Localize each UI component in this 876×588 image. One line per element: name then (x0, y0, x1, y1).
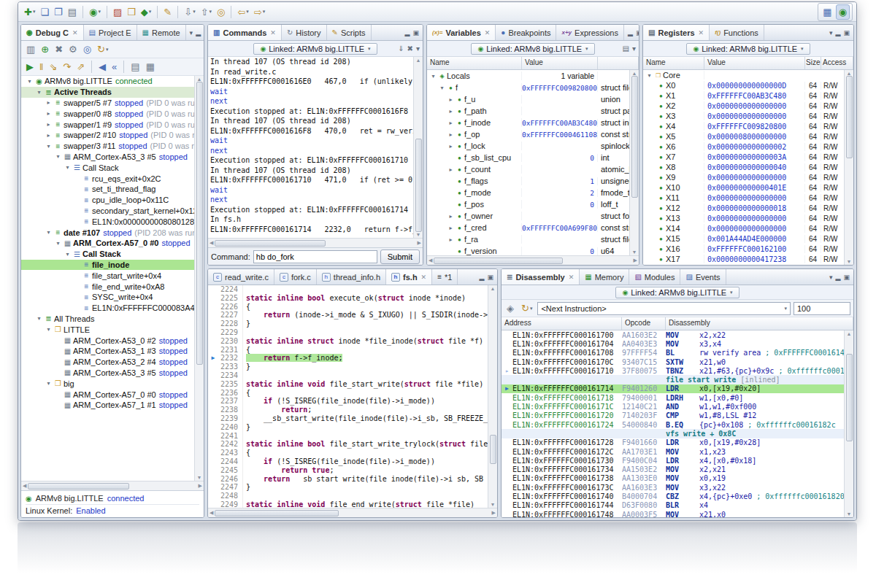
view-menu-icon[interactable]: ▾ (416, 45, 420, 53)
scroll-thumb[interactable] (196, 82, 203, 365)
scroll-track[interactable] (415, 63, 422, 232)
scroll-track[interactable] (434, 258, 631, 264)
c-cpp-perspective-icon[interactable]: ▦ (821, 4, 834, 20)
line-number[interactable]: 2229 (218, 328, 243, 337)
tree-expander-icon[interactable]: ▸ (447, 108, 455, 115)
back-icon[interactable]: ⇦▾ (235, 4, 250, 20)
scroll-track[interactable] (215, 240, 415, 247)
code-line[interactable]: 2246 return __sb_start_write(file_inode(… (208, 475, 488, 484)
print-icon[interactable]: ▤ (66, 4, 79, 20)
variable-row[interactable]: ▸●f_cred0xFFFFFFC00A699F80const stru (427, 222, 629, 233)
code-line[interactable]: 2233} (208, 363, 488, 371)
disasm-row[interactable]: EL1N:0xFFFFFFC000161734AA1503E2MOVx2,x21 (502, 465, 844, 473)
tab-fs-h[interactable]: hfs.h✕ (386, 269, 432, 285)
line-number[interactable]: 2233 (218, 363, 243, 371)
tab-functions[interactable]: f()Functions (710, 25, 764, 40)
scroll-up-icon[interactable]: ▲ (491, 286, 496, 291)
code-line[interactable]: 2231{ (208, 346, 488, 355)
line-number[interactable]: 2244 (218, 457, 243, 466)
debug-tree-row[interactable]: ▸≡swapper/5 #7stopped(PID 0 was running) (21, 98, 194, 109)
variable-row[interactable]: ▸●f_lockspinlock_ (427, 140, 629, 152)
editor-hscrollbar[interactable]: ◀ ▶ (208, 508, 497, 517)
variable-row[interactable]: ●f_pos0loff_t (427, 198, 629, 210)
previous-annotation-icon[interactable]: ⇧▾ (199, 4, 214, 20)
maximize-icon[interactable]: ▣ (636, 29, 639, 36)
last-edit-location-icon[interactable]: ◎ (215, 4, 227, 20)
code-line[interactable]: 2230static inline struct inode *file_ino… (208, 337, 488, 346)
line-number[interactable]: 2238 (218, 406, 243, 414)
scroll-up-icon[interactable]: ▲ (416, 58, 421, 63)
debug-tree-row[interactable]: ▾≡swapper/3 #11stopped(PID 0 was running… (21, 141, 194, 152)
variable-row[interactable]: ●f_sb_list_cpu0int (427, 152, 629, 163)
debug-tree-row[interactable]: ▾❒LITTLE (21, 324, 194, 335)
minimize-icon[interactable]: ▂ (480, 274, 485, 281)
debug-tree-row[interactable]: ≡file_inode (21, 260, 194, 271)
disasm-row[interactable]: EL1N:0xFFFFFFC000161744D63F0080BLRx4 (502, 501, 844, 510)
address-combo[interactable]: <Next Instruction> ▾ (537, 302, 791, 315)
minimize-icon[interactable]: ▂ (836, 274, 841, 281)
disasm-row[interactable]: EL1N:0xFFFFFFC00016171C12140C21ANDw1,w1,… (502, 402, 844, 411)
step-into-icon[interactable]: ⇘ (47, 59, 59, 74)
register-row[interactable]: ●X80x000000000000004064R/W (643, 162, 844, 172)
code-line[interactable]: 2224 (208, 285, 488, 294)
debug-tree-row[interactable]: ▾◉ARMv8 big.LITTLEconnected (21, 76, 194, 87)
next-annotation-icon[interactable]: ⇩▾ (182, 4, 197, 20)
close-icon[interactable]: ✕ (270, 29, 276, 36)
code-line[interactable]: 2227 return (inode->i_mode & S_IXUGO) ||… (208, 311, 488, 320)
variables-vscrollbar[interactable]: ▲ ▼ (629, 70, 639, 255)
disasm-row[interactable]: EL1N:0xFFFFFFC0001617207140203FCMPw1,#8,… (502, 411, 844, 420)
register-row[interactable]: ●X120x000000000000001864R/W (643, 203, 844, 213)
code-line[interactable]: 2240} (208, 423, 488, 432)
tree-expander-icon[interactable]: ▸ (45, 110, 53, 117)
scroll-down-icon[interactable]: ▼ (197, 475, 202, 480)
tree-expander-icon[interactable]: ▾ (45, 380, 53, 387)
tab-variables[interactable]: (x)=Variables✕ (427, 25, 496, 40)
debug-tree-row[interactable]: ≡EL1N:0x0000000008080128 (21, 216, 194, 227)
scroll-left-icon[interactable]: ◀ (429, 258, 432, 263)
tab-disassembly[interactable]: ≣Disassembly✕ (502, 269, 580, 285)
scroll-up-icon[interactable]: ▲ (197, 77, 202, 82)
debug-configurations-icon[interactable]: ◉▾ (87, 4, 103, 20)
registers-vscrollbar[interactable]: ▲ ▼ (844, 70, 853, 265)
scroll-left-icon[interactable]: ◀ (210, 240, 213, 246)
line-number[interactable]: 2245 (218, 466, 243, 475)
new-debug-connection-icon[interactable]: ⊕ (39, 42, 51, 57)
maximize-icon[interactable]: ▣ (843, 29, 850, 36)
annotate-icon[interactable]: ✎ (161, 4, 174, 20)
instruction-count-field[interactable]: 100 (794, 302, 850, 315)
tab-project-explorer[interactable]: ▤Project E (84, 25, 137, 40)
scroll-right-icon[interactable]: ▶ (492, 510, 496, 516)
tree-expander-icon[interactable]: ▾ (438, 85, 446, 91)
debug-tree-row[interactable]: ▦ARM_Cortex-A57_1 #1stopped (21, 400, 194, 411)
code-line[interactable]: 2237 if (!S_ISREG(file_inode(file)->i_mo… (208, 397, 488, 406)
step-over-icon[interactable]: ↷ (61, 59, 73, 74)
tree-expander-icon[interactable]: ▸ (447, 213, 455, 220)
tree-expander-icon[interactable]: ▸ (447, 143, 455, 150)
tree-expander-icon[interactable]: ▾ (64, 251, 72, 258)
close-icon[interactable]: ✕ (421, 274, 427, 281)
scroll-right-icon[interactable]: ▶ (418, 240, 421, 246)
variable-row[interactable]: ▸●f_uunion (427, 93, 629, 105)
tree-expander-icon[interactable]: ▸ (447, 96, 455, 103)
variable-row[interactable]: ▸●f_ownerstruct fow (427, 210, 629, 222)
scroll-thumb[interactable] (846, 76, 853, 158)
column-header-access[interactable]: Access (821, 57, 853, 69)
view-menu-icon[interactable]: ▾ (190, 29, 193, 36)
disasm-row[interactable]: EL1N:0xFFFFFFC00016170C93407C15SXTWx21,w… (502, 357, 844, 366)
disasm-row[interactable]: EL1N:0xFFFFFFC00016170897FFFF54BLrw_veri… (502, 349, 844, 357)
scroll-down-icon[interactable]: ▼ (847, 259, 852, 264)
variable-row[interactable]: ▸●f_rastruct file (427, 233, 629, 245)
disasm-row[interactable]: EL1N:0xFFFFFFC00016173CAA1603E3MOVx3,x22 (502, 483, 844, 492)
layout-icon[interactable]: ▤ (623, 45, 629, 53)
line-number[interactable]: 2242 (218, 440, 243, 449)
line-number[interactable]: 2232 (218, 354, 243, 363)
register-row[interactable]: ●X130x000000000000000064R/W (643, 213, 844, 223)
tab-thread-info-h[interactable]: hthread_info.h (317, 269, 386, 285)
tree-expander-icon[interactable]: ▾ (26, 78, 34, 85)
disasm-row[interactable]: EL1N:0xFFFFFFC000161700AA1603E2MOVx2,x22 (502, 330, 844, 339)
view-layout-icon[interactable]: ▥ (24, 42, 37, 57)
history-icon[interactable]: ↻▾ (519, 301, 534, 316)
close-icon[interactable]: ✕ (485, 29, 491, 36)
disasm-row[interactable]: EL1N:0xFFFFFFC00016172454000840B.EQ{pc}+… (502, 420, 844, 429)
tree-expander-icon[interactable]: ▸ (447, 120, 455, 126)
